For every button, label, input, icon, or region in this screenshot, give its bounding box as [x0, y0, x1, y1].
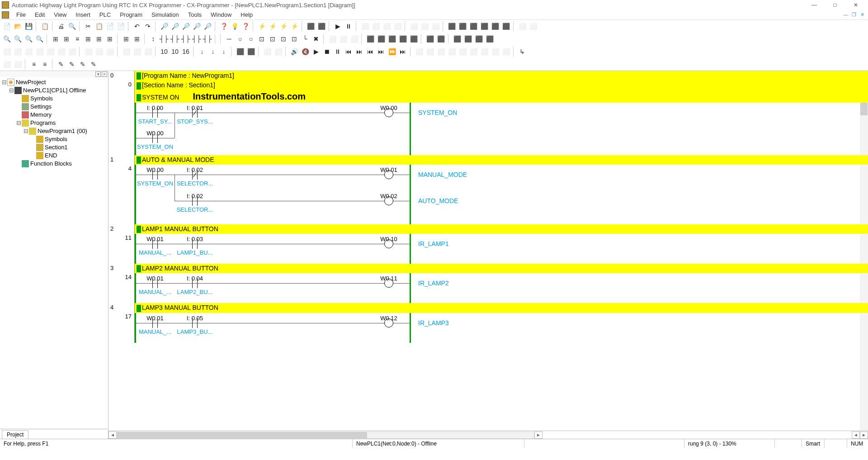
toolbar-button[interactable]: ⬛: [447, 21, 457, 31]
mdi-close-button[interactable]: ✕: [858, 12, 866, 18]
toolbar-button[interactable]: ✎: [89, 59, 99, 69]
toolbar-button[interactable]: ⬜: [447, 47, 457, 57]
toolbar-button[interactable]: ⬜: [436, 47, 446, 57]
sidebar-dropdown-button[interactable]: ▾: [95, 71, 101, 77]
menu-plc[interactable]: PLC: [95, 11, 115, 18]
toolbar-button[interactable]: ⬜: [327, 34, 337, 44]
toolbar-button[interactable]: 10: [159, 47, 169, 57]
toolbar-button[interactable]: ⬜: [105, 47, 115, 57]
toolbar-button[interactable]: ❓: [219, 21, 229, 31]
toolbar-button[interactable]: ⬜: [490, 47, 500, 57]
toolbar-button[interactable]: ✎: [56, 59, 66, 69]
toolbar-button[interactable]: ⬛: [463, 34, 473, 44]
toolbar-button[interactable]: ⊞: [83, 34, 93, 44]
minimize-button[interactable]: —: [804, 0, 825, 10]
maximize-button[interactable]: □: [825, 0, 845, 10]
toolbar-button[interactable]: ⊡: [278, 34, 288, 44]
tree-program[interactable]: ⊟NewProgram1 (00): [1, 127, 107, 135]
toolbar-button[interactable]: ↕: [148, 34, 158, 44]
tree-programs[interactable]: ⊟Programs: [1, 119, 107, 127]
scroll-right-button[interactable]: ►: [534, 432, 542, 439]
toolbar-button[interactable]: ⬜: [430, 21, 440, 31]
toolbar-button[interactable]: ⬛: [425, 34, 435, 44]
toolbar-button[interactable]: ⚡: [278, 21, 288, 31]
toolbar-button[interactable]: ⬛: [387, 34, 397, 44]
toolbar-button[interactable]: ⊡: [257, 34, 267, 44]
menu-simulation[interactable]: Simulation: [147, 11, 184, 18]
toolbar-button[interactable]: ○: [235, 34, 245, 44]
toolbar-button[interactable]: ─: [224, 34, 234, 44]
toolbar-button[interactable]: 🔇: [300, 47, 310, 57]
toolbar-button[interactable]: ⬛: [479, 21, 489, 31]
toolbar-button[interactable]: 📋: [40, 21, 50, 31]
toolbar-button[interactable]: ⬛: [474, 34, 484, 44]
toolbar-button[interactable]: ⬛: [485, 34, 495, 44]
toolbar-button[interactable]: ⬜: [2, 47, 12, 57]
toolbar-button[interactable]: ⏭: [354, 47, 364, 57]
toolbar-button[interactable]: ⬜: [45, 47, 55, 57]
toolbar-button[interactable]: ≡: [72, 34, 82, 44]
toolbar-button[interactable]: 🔍: [24, 34, 33, 44]
toolbar-button[interactable]: 📄: [116, 21, 126, 31]
tab-project[interactable]: Project: [2, 430, 28, 439]
toolbar-button[interactable]: ⬜: [528, 21, 538, 31]
menu-insert[interactable]: Insert: [71, 11, 95, 18]
toolbar-button[interactable]: ▶: [311, 47, 321, 57]
toolbar-button[interactable]: 🔍: [67, 21, 77, 31]
toolbar-button[interactable]: ○: [246, 34, 256, 44]
toolbar-button[interactable]: ⊡: [289, 34, 299, 44]
toolbar-button[interactable]: 🔎: [192, 21, 202, 31]
toolbar-button[interactable]: ⊡: [268, 34, 278, 44]
toolbar-button[interactable]: ⬛: [246, 47, 256, 57]
toolbar-button[interactable]: 🔍: [34, 34, 44, 44]
toolbar-button[interactable]: ⬜: [479, 47, 489, 57]
toolbar-button[interactable]: 🔎: [170, 21, 180, 31]
menu-view[interactable]: View: [49, 11, 71, 18]
toolbar-button[interactable]: ⬛: [436, 34, 446, 44]
toolbar-button[interactable]: ⬜: [458, 47, 467, 57]
toolbar-button[interactable]: ⬜: [338, 34, 348, 44]
toolbar-button[interactable]: ⊞: [121, 34, 131, 44]
toolbar-button[interactable]: ⊞: [132, 34, 142, 44]
toolbar-button[interactable]: ⬛: [501, 21, 511, 31]
menu-tools[interactable]: Tools: [184, 11, 206, 18]
menu-window[interactable]: Window: [206, 11, 236, 18]
toolbar-button[interactable]: ⏸: [344, 21, 354, 31]
tree-settings[interactable]: Settings: [1, 103, 107, 111]
mdi-restore-button[interactable]: ❐: [850, 12, 858, 18]
toolbar-button[interactable]: ⬜: [2, 59, 12, 69]
toolbar-button[interactable]: ⬜: [382, 21, 392, 31]
toolbar-button[interactable]: 🔊: [289, 47, 299, 57]
mdi-minimize-button[interactable]: —: [842, 12, 850, 18]
toolbar-button[interactable]: ⬜: [371, 21, 381, 31]
toolbar-button[interactable]: ⬜: [360, 21, 370, 31]
toolbar-button[interactable]: ⬛: [398, 34, 408, 44]
toolbar-button[interactable]: ↓: [197, 47, 207, 57]
toolbar-button[interactable]: ❓: [241, 21, 250, 31]
menu-edit[interactable]: Edit: [30, 11, 49, 18]
toolbar-button[interactable]: 💡: [230, 21, 240, 31]
toolbar-button[interactable]: ✂: [83, 21, 93, 31]
menu-program[interactable]: Program: [115, 11, 147, 18]
toolbar-button[interactable]: ⏩: [387, 47, 397, 57]
toolbar-button[interactable]: ⬜: [517, 21, 527, 31]
toolbar-button[interactable]: ┤├: [181, 34, 191, 44]
toolbar-button[interactable]: ✎: [67, 59, 77, 69]
toolbar-button[interactable]: ⬜: [414, 47, 424, 57]
toolbar-button[interactable]: 📂: [13, 21, 23, 31]
toolbar-button[interactable]: 🖨: [56, 21, 66, 31]
toolbar-button[interactable]: ⏭: [398, 47, 408, 57]
toolbar-button[interactable]: ┤├: [170, 34, 180, 44]
toolbar-button[interactable]: ⬛: [452, 34, 462, 44]
toolbar-button[interactable]: 📋: [94, 21, 104, 31]
toolbar-button[interactable]: └: [300, 34, 310, 44]
toolbar-button[interactable]: ⬜: [94, 47, 104, 57]
toolbar-button[interactable]: ⬛: [458, 21, 467, 31]
close-button[interactable]: ✕: [845, 0, 866, 10]
toolbar-button[interactable]: 🔎: [181, 21, 191, 31]
toolbar-button[interactable]: ⬜: [13, 47, 23, 57]
toolbar-button[interactable]: ↓: [219, 47, 229, 57]
toolbar-button[interactable]: ⬜: [143, 47, 153, 57]
ladder-content[interactable]: ▲ 00[Program Name : NewProgram1][Section…: [108, 71, 868, 431]
tree-memory[interactable]: Memory: [1, 111, 107, 119]
